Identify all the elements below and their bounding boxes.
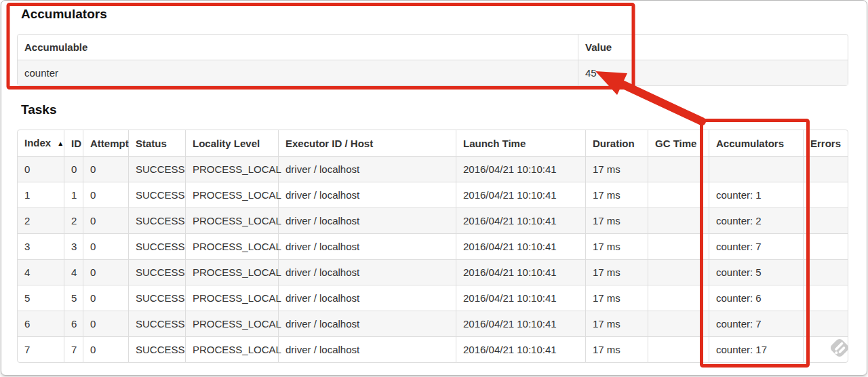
accumulators-table-head: AccumulableValue (18, 35, 848, 60)
executor_id_host-cell: driver / localhost (278, 156, 456, 182)
id-cell: 5 (64, 285, 83, 311)
table-row: 440SUCCESSPROCESS_LOCALdriver / localhos… (18, 259, 848, 285)
value-cell: 45 (578, 60, 848, 85)
accumulators-cell: counter: 5 (709, 259, 803, 285)
col-header-id[interactable]: ID (64, 130, 83, 156)
table-row: 000SUCCESSPROCESS_LOCALdriver / localhos… (18, 156, 848, 182)
status-cell: SUCCESS (128, 182, 185, 207)
launch_time-cell: 2016/04/21 10:10:41 (456, 233, 585, 259)
locality_level-cell: PROCESS_LOCAL (185, 233, 278, 259)
attempt-cell: 0 (83, 207, 128, 233)
id-cell: 7 (64, 336, 83, 362)
col-header-label: Launch Time (463, 138, 526, 149)
index-cell: 0 (18, 156, 64, 182)
col-header-label: GC Time (655, 138, 696, 149)
status-cell: SUCCESS (128, 233, 185, 259)
accumulators-cell: counter: 17 (709, 336, 803, 362)
table-row: 220SUCCESSPROCESS_LOCALdriver / localhos… (18, 207, 848, 233)
errors-cell (803, 207, 848, 233)
id-cell: 0 (64, 156, 83, 182)
accumulators-cell (709, 156, 803, 182)
id-cell: 4 (64, 259, 83, 285)
col-header-accumulators[interactable]: Accumulators (709, 130, 803, 156)
duration-cell: 17 ms (585, 311, 648, 336)
accumulators-table: AccumulableValue counter45 (17, 34, 848, 86)
watermark-diamond (829, 337, 850, 358)
skitch-watermark-icon (828, 336, 851, 359)
index-cell: 5 (18, 285, 64, 311)
errors-cell (803, 259, 848, 285)
attempt-cell: 0 (83, 259, 128, 285)
gc_time-cell (648, 336, 709, 362)
col-header-attempt[interactable]: Attempt (83, 130, 128, 156)
col-header-label: Errors (810, 138, 841, 149)
index-cell: 6 (18, 311, 64, 336)
col-header-label: Duration (593, 138, 635, 149)
gc_time-cell (648, 285, 709, 311)
col-header-duration[interactable]: Duration (585, 130, 648, 156)
col-header-label: Status (136, 138, 167, 149)
status-cell: SUCCESS (128, 285, 185, 311)
executor_id_host-cell: driver / localhost (278, 207, 456, 233)
locality_level-cell: PROCESS_LOCAL (185, 156, 278, 182)
col-header-accumulable: Accumulable (18, 35, 578, 60)
watermark-pencil-dot (835, 351, 837, 354)
status-cell: SUCCESS (128, 156, 185, 182)
index-cell: 3 (18, 233, 64, 259)
col-header-errors[interactable]: Errors (803, 130, 848, 156)
errors-cell (803, 233, 848, 259)
header-row: Index▲IDAttemptStatusLocality LevelExecu… (18, 130, 848, 156)
executor_id_host-cell: driver / localhost (278, 233, 456, 259)
id-cell: 2 (64, 207, 83, 233)
col-header-label: Executor ID / Host (285, 138, 373, 149)
accumulators-cell: counter: 1 (709, 182, 803, 207)
accumulators-cell: counter: 2 (709, 207, 803, 233)
index-cell: 4 (18, 259, 64, 285)
attempt-cell: 0 (83, 233, 128, 259)
col-header-label: Value (585, 41, 612, 53)
status-cell: SUCCESS (128, 259, 185, 285)
locality_level-cell: PROCESS_LOCAL (185, 336, 278, 362)
col-header-launch_time[interactable]: Launch Time (456, 130, 585, 156)
errors-cell (803, 182, 848, 207)
table-row: counter45 (18, 60, 848, 85)
launch_time-cell: 2016/04/21 10:10:41 (456, 285, 585, 311)
table-row: 550SUCCESSPROCESS_LOCALdriver / localhos… (18, 285, 848, 311)
launch_time-cell: 2016/04/21 10:10:41 (456, 207, 585, 233)
errors-cell (803, 285, 848, 311)
col-header-index[interactable]: Index▲ (18, 130, 64, 156)
sort-ascending-icon: ▲ (57, 140, 64, 147)
duration-cell: 17 ms (585, 336, 648, 362)
executor_id_host-cell: driver / localhost (278, 182, 456, 207)
index-cell: 1 (18, 182, 64, 207)
duration-cell: 17 ms (585, 233, 648, 259)
col-header-label: Locality Level (193, 138, 260, 149)
tasks-section-title: Tasks (21, 102, 56, 117)
annotation-arrow-tail (620, 83, 702, 121)
executor_id_host-cell: driver / localhost (278, 311, 456, 336)
tasks-table-head: Index▲IDAttemptStatusLocality LevelExecu… (18, 130, 848, 156)
launch_time-cell: 2016/04/21 10:10:41 (456, 336, 585, 362)
accumulable-cell: counter (18, 60, 578, 85)
locality_level-cell: PROCESS_LOCAL (185, 311, 278, 336)
col-header-status[interactable]: Status (128, 130, 185, 156)
duration-cell: 17 ms (585, 182, 648, 207)
executor_id_host-cell: driver / localhost (278, 336, 456, 362)
id-cell: 1 (64, 182, 83, 207)
launch_time-cell: 2016/04/21 10:10:41 (456, 156, 585, 182)
col-header-locality_level[interactable]: Locality Level (185, 130, 278, 156)
attempt-cell: 0 (83, 182, 128, 207)
col-header-value: Value (578, 35, 848, 60)
table-row: 660SUCCESSPROCESS_LOCALdriver / localhos… (18, 311, 848, 336)
locality_level-cell: PROCESS_LOCAL (185, 182, 278, 207)
col-header-gc_time[interactable]: GC Time (648, 130, 709, 156)
launch_time-cell: 2016/04/21 10:10:41 (456, 311, 585, 336)
accumulators-cell: counter: 7 (709, 311, 803, 336)
gc_time-cell (648, 259, 709, 285)
spark-stage-page: Accumulators AccumulableValue counter45 … (1, 0, 867, 376)
col-header-label: ID (71, 138, 81, 149)
accumulators-section-title: Accumulators (21, 7, 107, 22)
locality_level-cell: PROCESS_LOCAL (185, 285, 278, 311)
duration-cell: 17 ms (585, 156, 648, 182)
col-header-executor_id_host[interactable]: Executor ID / Host (278, 130, 456, 156)
